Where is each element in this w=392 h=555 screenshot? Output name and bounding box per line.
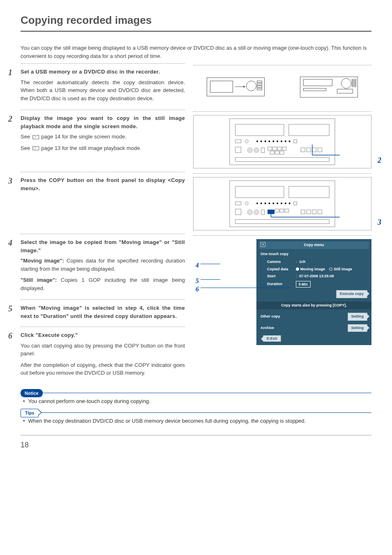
svg-rect-68 bbox=[235, 209, 241, 215]
tips-item: When the copy destination DVD/CD disc or… bbox=[29, 417, 371, 425]
step-6-p1: You can start copying also by pressing t… bbox=[21, 342, 185, 358]
svg-point-63 bbox=[277, 203, 278, 204]
svg-point-24 bbox=[261, 140, 262, 142]
svg-rect-80 bbox=[312, 210, 316, 214]
svg-point-22 bbox=[245, 140, 248, 143]
page-number: 18 bbox=[21, 440, 371, 451]
start-value: 07-07-2009 13:25:08 bbox=[299, 274, 367, 279]
svg-rect-42 bbox=[282, 147, 286, 150]
execute-copy-button[interactable]: Execute copy bbox=[336, 290, 367, 298]
tips-badge: Tips bbox=[21, 409, 39, 417]
svg-point-23 bbox=[256, 140, 258, 142]
svg-rect-32 bbox=[294, 140, 297, 143]
svg-point-29 bbox=[281, 140, 282, 142]
front-panel-illustration-2: 2 bbox=[193, 115, 371, 168]
svg-rect-47 bbox=[307, 148, 311, 152]
copied-data-label: Copied data bbox=[267, 267, 296, 272]
svg-rect-78 bbox=[301, 210, 305, 214]
svg-rect-49 bbox=[318, 148, 322, 152]
step-6: 6 Click "Execute copy." You can start co… bbox=[21, 327, 185, 385]
recorder-front-icon-2 bbox=[286, 69, 371, 102]
step-3-head: Press the COPY button on the front panel… bbox=[21, 176, 185, 192]
copy-menu-title-text: Copy menu bbox=[304, 243, 324, 247]
other-copy-setting-button[interactable]: Setting bbox=[348, 313, 368, 321]
svg-rect-50 bbox=[235, 157, 329, 161]
svg-point-34 bbox=[247, 148, 252, 153]
svg-rect-14 bbox=[352, 83, 356, 85]
exit-button[interactable]: E:Exit bbox=[263, 335, 281, 342]
svg-point-8 bbox=[243, 86, 245, 88]
svg-point-70 bbox=[249, 211, 251, 214]
svg-point-64 bbox=[281, 203, 282, 204]
start-row: Start : 07-07-2009 13:25:08 bbox=[259, 273, 369, 280]
svg-rect-15 bbox=[352, 85, 356, 87]
notice-section: Notice You cannot perform one-touch copy… bbox=[21, 393, 371, 405]
svg-point-57 bbox=[245, 202, 248, 205]
camera-row: Camera : 1ch bbox=[259, 258, 369, 266]
step-1-body: The recorder automatically detects the c… bbox=[21, 78, 185, 103]
step-2-head: Display the image you want to copy in th… bbox=[21, 114, 185, 130]
svg-rect-19 bbox=[235, 124, 284, 136]
svg-rect-82 bbox=[235, 219, 329, 223]
svg-rect-33 bbox=[235, 147, 241, 153]
archive-setting-button[interactable]: Setting bbox=[348, 324, 368, 332]
svg-rect-54 bbox=[235, 187, 284, 198]
step-number: 6 bbox=[8, 329, 12, 342]
page-ref-icon bbox=[32, 146, 39, 150]
callout-6: 6 bbox=[196, 284, 199, 294]
svg-point-2 bbox=[247, 81, 256, 91]
callout-4: 4 bbox=[196, 260, 199, 270]
step-4: 4 Select the image to be copied from "Mo… bbox=[21, 234, 185, 299]
duration-label: Duration bbox=[267, 281, 296, 287]
step-2: 2 Display the image you want to copy in … bbox=[21, 110, 185, 159]
svg-point-26 bbox=[269, 140, 270, 142]
svg-rect-39 bbox=[268, 147, 272, 150]
notice-badge: Notice bbox=[21, 389, 43, 398]
moving-image-label: "Moving image": bbox=[21, 258, 64, 264]
front-panel-illustration-3: 3 bbox=[193, 177, 371, 230]
svg-point-61 bbox=[269, 203, 270, 204]
page-title: Copying recorded images bbox=[21, 12, 371, 32]
svg-rect-77 bbox=[285, 209, 289, 212]
help-icon[interactable]: ? bbox=[261, 242, 265, 247]
still-image-label: "Still image": bbox=[21, 277, 57, 283]
svg-point-60 bbox=[265, 203, 266, 204]
svg-rect-3 bbox=[257, 81, 262, 83]
callout-2: 2 bbox=[378, 155, 381, 166]
svg-point-11 bbox=[341, 78, 351, 88]
ref-text: page 14 for the single screen mode. bbox=[40, 134, 127, 140]
other-copy-label: Other copy bbox=[261, 314, 280, 320]
radio-moving-image[interactable] bbox=[296, 267, 299, 271]
radio-still-image[interactable] bbox=[329, 267, 332, 271]
svg-rect-75 bbox=[275, 209, 279, 212]
step-4-p1: "Moving image": Copies data for the spec… bbox=[21, 257, 185, 273]
step-4-head: Select the image to be copied from "Movi… bbox=[21, 238, 185, 254]
svg-rect-43 bbox=[270, 151, 274, 154]
duration-value[interactable]: 5 Min bbox=[296, 281, 311, 288]
svg-rect-81 bbox=[318, 210, 322, 214]
svg-rect-41 bbox=[277, 147, 281, 150]
svg-point-30 bbox=[285, 140, 286, 142]
step-number: 3 bbox=[8, 175, 12, 187]
moving-image-option[interactable]: Moving image bbox=[300, 267, 325, 271]
step-6-p2: After the completion of copying, check t… bbox=[21, 361, 185, 377]
svg-rect-46 bbox=[301, 148, 305, 152]
svg-rect-5 bbox=[257, 86, 262, 88]
still-image-option[interactable]: Still image bbox=[334, 267, 352, 271]
step-6-head: Click "Execute copy." bbox=[21, 331, 185, 339]
svg-rect-1 bbox=[210, 81, 233, 92]
svg-rect-10 bbox=[304, 79, 332, 86]
svg-point-72 bbox=[255, 211, 258, 214]
step-5-head: When "Moving image" is selected in step … bbox=[21, 304, 185, 320]
ref-text: See bbox=[21, 134, 32, 140]
svg-rect-9 bbox=[300, 77, 358, 97]
svg-rect-12 bbox=[352, 79, 356, 81]
page-ref-icon bbox=[32, 135, 39, 139]
copy-menu-title: ? Copy menu bbox=[259, 242, 369, 249]
intro-text: You can copy the still image being displ… bbox=[21, 44, 371, 60]
svg-point-65 bbox=[285, 203, 286, 204]
svg-rect-45 bbox=[280, 151, 284, 154]
ref-text: See bbox=[21, 145, 32, 151]
step-1: 1 Set a USB memory or a DVD/CD disc in t… bbox=[21, 63, 185, 110]
copy-note: Copy starts also by pressing [COPY]. bbox=[256, 302, 371, 310]
